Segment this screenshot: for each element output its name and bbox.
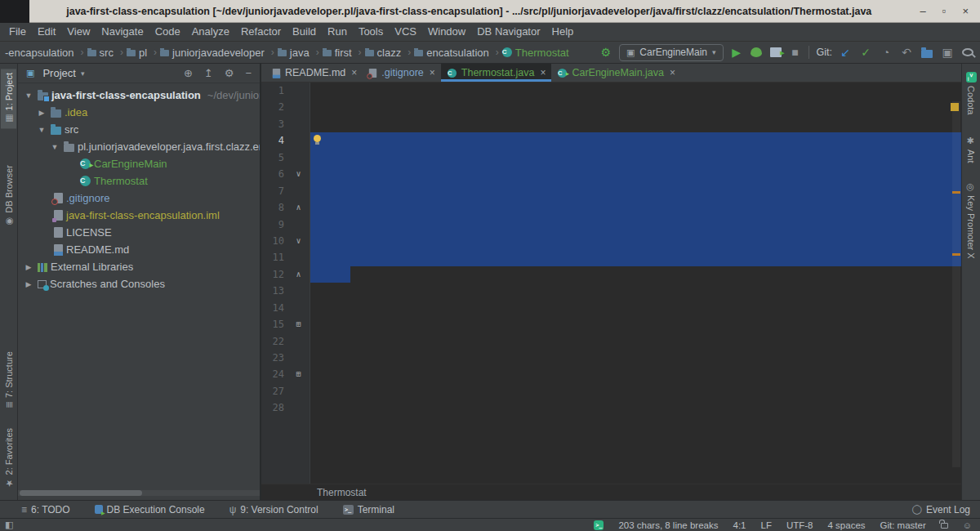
error-stripe-mark[interactable] (952, 253, 960, 256)
tree-item[interactable]: C CarEngineMain (18, 155, 260, 172)
tool-button-project[interactable]: ▦ 1: Project (1, 69, 16, 128)
restore-button[interactable]: ▫ (942, 0, 947, 23)
line-number[interactable]: 3 (261, 116, 287, 132)
run-coverage-icon[interactable] (770, 47, 782, 57)
tree-item[interactable]: java-first-class-encapsulation.iml (18, 207, 260, 224)
editor-scrollbar[interactable] (952, 101, 960, 467)
fold-marker[interactable] (287, 83, 310, 99)
line-number[interactable]: 13 (261, 283, 287, 299)
tree-item[interactable]: ▼ java-first-class-encapsulation ~/dev/j… (18, 87, 260, 104)
tab-close-icon[interactable]: × (351, 67, 357, 78)
hide-panel-icon[interactable]: − (242, 67, 255, 79)
fold-marker[interactable] (287, 300, 310, 316)
line-number[interactable]: 11 (261, 249, 287, 266)
fold-marker[interactable] (287, 116, 310, 132)
fold-marker[interactable] (287, 99, 310, 115)
editor-tab[interactable]: C Thermostat.java × (441, 64, 552, 82)
line-number[interactable]: 12 (261, 266, 287, 283)
tree-toggle-arrow[interactable]: ▶ (23, 280, 34, 288)
status-item[interactable]: 4:1 (733, 520, 746, 530)
status-item[interactable]: LF (760, 520, 771, 530)
fold-marker[interactable] (287, 149, 310, 166)
tab-close-icon[interactable]: × (540, 67, 546, 78)
breadcrumb-item[interactable]: encatsulation › (414, 47, 502, 59)
run-icon[interactable]: ▶ (731, 47, 742, 58)
tree-item[interactable]: C Thermostat (18, 172, 260, 190)
fold-marker[interactable] (287, 333, 310, 350)
breadcrumb-item[interactable]: clazz › (365, 47, 415, 59)
tool-button-version-control[interactable]: ψ 9: Version Control (229, 504, 318, 515)
collapse-all-icon[interactable]: ↥ (201, 67, 216, 79)
update-project-icon[interactable]: ↙ (840, 47, 851, 58)
line-number[interactable]: 5 (261, 149, 287, 166)
line-number[interactable]: 24 (261, 366, 287, 382)
menu-item[interactable]: Window (422, 23, 471, 41)
status-item[interactable]: 4 spaces (828, 520, 866, 530)
line-number[interactable]: 22 (261, 333, 287, 350)
fold-marker[interactable]: ∧ (287, 199, 310, 216)
menu-item[interactable]: Help (546, 23, 580, 41)
search-everywhere-icon[interactable] (962, 48, 973, 56)
rollback-icon[interactable]: ↶ (901, 47, 912, 58)
tool-button-key-promoter[interactable]: ◎ Key Promoter X (964, 177, 979, 263)
fold-marker[interactable] (287, 350, 310, 366)
breadcrumb-item[interactable]: -encapsulation › (2, 47, 87, 59)
minimize-button[interactable]: – (920, 0, 926, 23)
tool-button-todo[interactable]: ≡ 6: TODO (21, 504, 70, 515)
editor-tab[interactable]: README.md × (266, 64, 363, 82)
status-item[interactable]: Git: master (880, 520, 926, 530)
toggle-tool-buttons-icon[interactable]: ◧ (5, 520, 13, 530)
stop-icon[interactable]: ■ (790, 47, 801, 58)
tab-close-icon[interactable]: × (430, 67, 435, 78)
inspection-status-icon[interactable] (951, 103, 959, 111)
breadcrumb-item[interactable]: src › (87, 47, 127, 59)
scrollbar-thumb[interactable] (20, 490, 142, 496)
tool-button-structure[interactable]: ≣ 7: Structure (1, 347, 16, 413)
line-number[interactable]: 6 (261, 166, 287, 182)
settings-gear-icon[interactable]: ⚙ (221, 67, 238, 79)
fold-marker[interactable] (287, 249, 310, 266)
fold-marker[interactable] (287, 183, 310, 199)
line-number[interactable]: 14 (261, 300, 287, 316)
vcs-folder-icon[interactable] (921, 50, 933, 58)
tree-item[interactable]: ▶ Scratches and Consoles (18, 275, 260, 292)
breadcrumb-item[interactable]: C Thermostat (502, 47, 579, 59)
tree-item[interactable]: README.md (18, 241, 260, 258)
error-stripe[interactable] (951, 101, 961, 467)
menu-item[interactable]: View (61, 23, 96, 41)
tool-button-ant[interactable]: ✱ Ant (964, 132, 979, 167)
tree-item[interactable]: LICENSE (18, 224, 260, 241)
menu-item[interactable]: Tools (353, 23, 389, 41)
fold-marker[interactable]: ∧ (287, 266, 310, 283)
event-log-button[interactable]: ◯ Event Log (912, 504, 970, 515)
status-item[interactable]: UTF-8 (786, 520, 813, 530)
hector-inspector-icon[interactable]: ☺ (963, 520, 972, 530)
breadcrumb-item[interactable]: pl › (127, 47, 160, 59)
preview-icon[interactable]: ▣ (942, 47, 953, 58)
locate-icon[interactable]: ⊕ (180, 67, 196, 79)
lock-icon[interactable] (941, 523, 948, 529)
tree-item[interactable]: ▼ src (18, 121, 260, 138)
line-number[interactable]: 4 (261, 132, 287, 149)
editor-tab[interactable]: .gitignore × (363, 64, 440, 82)
tool-button-favorites[interactable]: ★ 2: Favorites (1, 424, 16, 493)
menu-item[interactable]: Run (322, 23, 353, 41)
menu-item[interactable]: Edit (32, 23, 61, 41)
line-number[interactable]: 2 (261, 99, 287, 115)
menu-item[interactable]: DB Navigator (471, 23, 546, 41)
tree-item[interactable]: ▶ .idea (18, 104, 260, 121)
menu-item[interactable]: Code (149, 23, 186, 41)
tree-item[interactable]: ▼ pl.juniorjavadeveloper.java.first.claz… (18, 138, 260, 155)
close-button[interactable]: × (962, 0, 969, 23)
intention-bulb-icon[interactable] (314, 135, 321, 142)
menu-item[interactable]: Refactor (235, 23, 287, 41)
tree-item[interactable]: ▶ External Libraries (18, 258, 260, 275)
tree-toggle-arrow[interactable]: ▶ (36, 109, 47, 117)
project-horizontal-scrollbar[interactable] (18, 490, 260, 496)
fold-marker[interactable] (287, 216, 310, 233)
editor-breadcrumb[interactable]: Thermostat (261, 484, 961, 500)
fold-marker[interactable]: ∨ (287, 233, 310, 249)
line-number[interactable]: 8 (261, 199, 287, 216)
tool-button-db-console[interactable]: DB Execution Console (95, 504, 205, 515)
tool-button-terminal[interactable]: >_ Terminal (343, 504, 394, 515)
